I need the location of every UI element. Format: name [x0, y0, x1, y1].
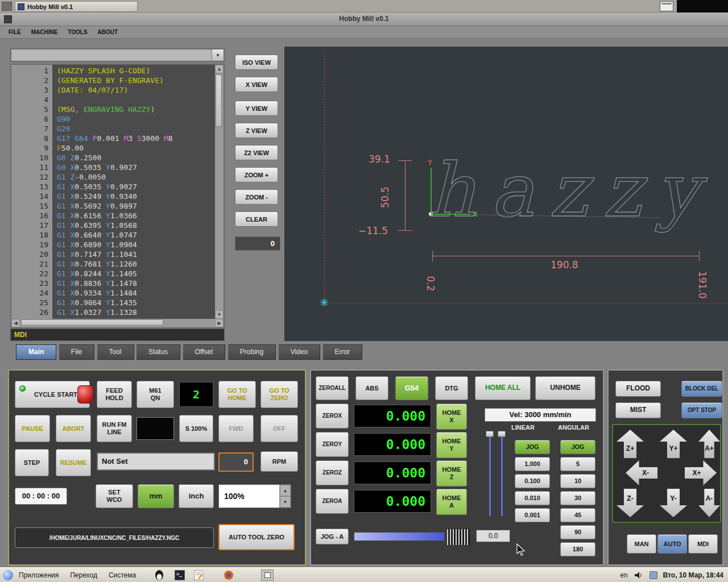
editor-vscrollbar[interactable]: ▲ ▼ [215, 65, 224, 319]
mode-man-button[interactable]: MAN [627, 534, 656, 554]
jog-speed-slider[interactable] [497, 431, 506, 517]
feed-hold-button[interactable]: FEED HOLD [97, 381, 132, 408]
zero-all-button[interactable]: ZEROALL [316, 376, 349, 400]
zoom-in-button[interactable]: ZOOM + [235, 167, 278, 182]
jog-a-minus-button[interactable]: A- [698, 489, 720, 517]
jog-z-minus-button[interactable]: Z- [617, 489, 644, 517]
tab-probing[interactable]: Probing [228, 344, 276, 360]
titlebar[interactable]: Hobby Mill v0.1 [0, 13, 728, 26]
step-button[interactable]: STEP [15, 449, 49, 476]
window-restore-icon[interactable] [660, 1, 673, 11]
m61-button[interactable]: M61 QN [136, 381, 174, 408]
spinner-up-icon[interactable]: ▲ [280, 485, 291, 496]
home-a-button[interactable]: HOME A [436, 489, 467, 515]
set-wco-button[interactable]: SET WCO [96, 484, 133, 508]
taskbar-menu-places[interactable]: Переход [64, 569, 103, 581]
menu-machine[interactable]: MACHINE [26, 27, 63, 37]
unhome-button[interactable]: UNHOME [535, 376, 595, 400]
tab-file[interactable]: File [59, 344, 94, 360]
notification-icon[interactable] [650, 571, 657, 579]
linear-jog-button[interactable]: JOG [515, 440, 550, 454]
tab-video[interactable]: Video [279, 344, 320, 360]
hscroll-thumb[interactable] [21, 319, 163, 326]
flood-button[interactable]: FLOOD [615, 381, 661, 397]
window-list-applet[interactable] [261, 569, 274, 581]
tool-description-field[interactable]: Not Set [97, 452, 215, 471]
jog-a-slider-grip[interactable] [446, 529, 470, 546]
inch-button[interactable]: inch [179, 484, 214, 508]
jog-a-slider[interactable] [354, 532, 445, 541]
max-velocity-slider[interactable] [485, 431, 494, 517]
editor-hscrollbar[interactable]: ◀ ▶ [11, 319, 224, 327]
angular-inc-2[interactable]: 10 [560, 474, 595, 488]
linear-inc-1[interactable]: 1.000 [515, 457, 550, 471]
penguin-launcher-icon[interactable] [154, 569, 164, 581]
mdi-strip[interactable]: MDI [10, 329, 225, 341]
menu-tools[interactable]: TOOLS [63, 27, 92, 37]
home-z-button[interactable]: HOME Z [436, 460, 467, 487]
tab-status[interactable]: Status [136, 344, 180, 360]
text-editor-launcher-icon[interactable] [194, 570, 204, 580]
zoom-out-button[interactable]: ZOOM - [235, 189, 278, 205]
angular-inc-1[interactable]: 5 [560, 457, 595, 471]
gcode-editor[interactable]: 1234567891011121314151617181920212223242… [10, 64, 225, 329]
tab-tool[interactable]: Tool [97, 344, 134, 360]
taskbar-window-button[interactable]: Hobby Mill v0.1 [15, 1, 138, 12]
home-all-button[interactable]: HOME ALL [475, 376, 531, 400]
resume-button[interactable]: RESUME [56, 449, 91, 476]
clock[interactable]: Вто, 10 Мар, 18:44 [663, 571, 723, 579]
block-delete-button[interactable]: BLOCK DEL [681, 381, 722, 397]
spindle-fwd-button[interactable]: FWD [218, 415, 254, 442]
jog-x-plus-button[interactable]: X+ [685, 460, 717, 485]
menu-about[interactable]: ABOUT [93, 27, 123, 37]
spindle-override-button[interactable]: S 100% [179, 415, 213, 442]
view-counter[interactable]: 0 [235, 236, 280, 251]
tab-main[interactable]: Main [16, 344, 56, 360]
angular-inc-4[interactable]: 45 [560, 508, 595, 522]
home-y-button[interactable]: HOME Y [436, 432, 467, 458]
main-menu-icon[interactable] [3, 570, 13, 580]
vscroll-thumb[interactable] [216, 74, 222, 127]
feed-override-spinner[interactable]: 100% ▲ ▼ [218, 484, 291, 508]
gremlin-preview[interactable]: 39.1 50.5 −11.5 Y X hazzy 190.8 0.2 191.… [284, 47, 728, 341]
dtg-button[interactable]: DTG [435, 376, 468, 400]
auto-tool-zero-button[interactable]: AUTO TOOL ZERO [218, 524, 295, 550]
abort-button[interactable]: ABORT [56, 415, 91, 442]
optional-stop-button[interactable]: OPT STOP [681, 402, 722, 418]
clear-button[interactable]: CLEAR [235, 211, 278, 227]
keyboard-layout-indicator[interactable]: en [620, 571, 627, 579]
gcode-file-combo[interactable]: ▼ [10, 48, 225, 62]
y-view-button[interactable]: Y VIEW [235, 101, 278, 116]
slider-handle[interactable] [486, 431, 494, 437]
combo-dropdown-button[interactable]: ▼ [212, 49, 224, 61]
linear-inc-2[interactable]: 0.100 [515, 474, 550, 488]
taskbar-menu-system[interactable]: Система [103, 569, 142, 581]
mode-mdi-button[interactable]: MDI [688, 534, 718, 554]
jog-z-plus-button[interactable]: Z+ [617, 430, 644, 458]
zero-x-button[interactable]: ZEROX [316, 404, 349, 429]
angular-inc-6[interactable]: 180 [560, 542, 595, 556]
g54-button[interactable]: G54 [395, 376, 428, 400]
jog-y-minus-button[interactable]: Y- [660, 489, 687, 517]
tab-offset[interactable]: Offset [183, 344, 226, 360]
x-view-button[interactable]: X VIEW [235, 77, 278, 92]
angular-inc-5[interactable]: 90 [560, 525, 595, 539]
spindle-off-button[interactable]: OFF [260, 415, 298, 442]
volume-icon[interactable] [634, 571, 643, 580]
spinner-down-icon[interactable]: ▼ [280, 496, 291, 508]
pause-button[interactable]: PAUSE [15, 415, 50, 442]
home-x-button[interactable]: HOME X [436, 404, 467, 430]
linear-inc-4[interactable]: 0.001 [515, 508, 550, 522]
z-view-button[interactable]: Z VIEW [235, 123, 278, 138]
run-from-line-button[interactable]: RUN FM LINE [97, 415, 132, 442]
tool-number-entry[interactable]: 0 [218, 452, 254, 472]
z2-view-button[interactable]: Z2 VIEW [235, 145, 278, 160]
goto-zero-button[interactable]: GO TO ZERO [260, 381, 298, 408]
scroll-down-icon[interactable]: ▼ [215, 310, 224, 319]
scroll-up-icon[interactable]: ▲ [215, 65, 224, 73]
slider-handle[interactable] [498, 431, 506, 437]
scroll-left-icon[interactable]: ◀ [11, 319, 20, 327]
zero-z-button[interactable]: ZEROZ [316, 460, 349, 485]
firefox-launcher-icon[interactable] [224, 570, 234, 580]
jog-y-plus-button[interactable]: Y+ [660, 430, 687, 458]
